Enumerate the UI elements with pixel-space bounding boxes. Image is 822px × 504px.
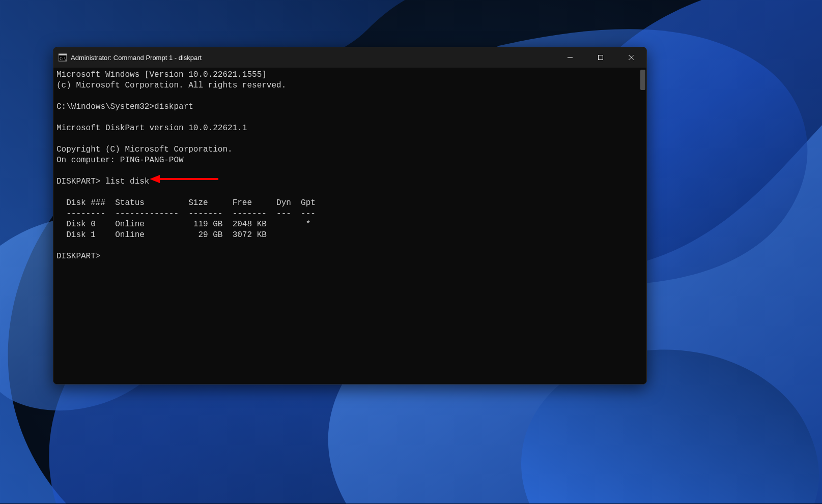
svg-rect-1 — [59, 54, 67, 55]
output-line: DISKPART> list disk — [56, 177, 149, 186]
output-line: Microsoft Windows [Version 10.0.22621.15… — [56, 70, 267, 79]
window-controls — [555, 47, 646, 68]
prompt-line: DISKPART> — [56, 252, 100, 261]
table-row: Disk 0 Online 119 GB 2048 KB * — [56, 220, 310, 229]
svg-rect-4 — [599, 55, 603, 60]
output-line: Copyright (C) Microsoft Corporation. — [56, 145, 233, 154]
table-header: Disk ### Status Size Free Dyn Gpt — [56, 198, 316, 207]
output-line: C:\Windows\System32>diskpart — [56, 102, 193, 111]
svg-text:C:\: C:\ — [60, 57, 66, 61]
terminal-body[interactable]: Microsoft Windows [Version 10.0.22621.15… — [53, 68, 646, 384]
output-line: Microsoft DiskPart version 10.0.22621.1 — [56, 124, 247, 133]
table-divider: -------- ------------- ------- ------- -… — [56, 209, 316, 218]
titlebar[interactable]: C:\ Administrator: Command Prompt 1 - di… — [53, 47, 646, 68]
terminal-output: Microsoft Windows [Version 10.0.22621.15… — [56, 70, 643, 262]
window-title: Administrator: Command Prompt 1 - diskpa… — [71, 54, 555, 62]
scrollbar-thumb[interactable] — [640, 70, 645, 90]
close-button[interactable] — [616, 47, 646, 68]
table-row: Disk 1 Online 29 GB 3072 KB — [56, 230, 267, 240]
minimize-button[interactable] — [555, 47, 585, 68]
output-line: On computer: PING-PANG-POW — [56, 156, 184, 165]
command-prompt-window: C:\ Administrator: Command Prompt 1 - di… — [53, 47, 647, 384]
scrollbar[interactable] — [640, 70, 645, 382]
output-line: (c) Microsoft Corporation. All rights re… — [56, 81, 286, 90]
maximize-button[interactable] — [585, 47, 616, 68]
app-icon: C:\ — [59, 53, 67, 62]
